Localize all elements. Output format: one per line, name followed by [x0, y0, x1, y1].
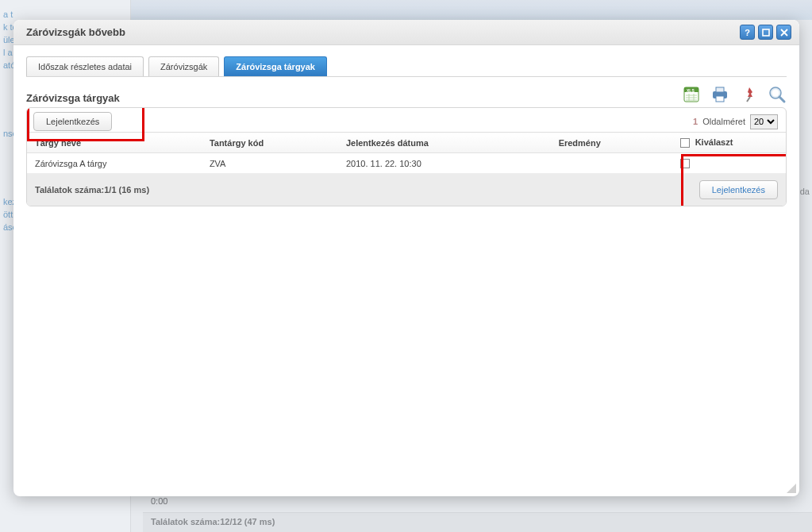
tab-final-exams[interactable]: Záróvizsgák [148, 56, 219, 76]
pin-icon[interactable] [739, 85, 758, 104]
maximize-button[interactable] [758, 25, 773, 40]
cell-result [551, 153, 672, 174]
tab-final-exam-subjects[interactable]: Záróvizsga tárgyak [224, 56, 327, 76]
select-all-checkbox[interactable] [680, 138, 690, 148]
resize-grip[interactable] [785, 482, 796, 493]
cell-subject-code: ZVA [202, 153, 338, 174]
tab-bar: Időszak részletes adatai Záróvizsgák Zár… [26, 56, 787, 77]
page-size-label: Oldalméret [702, 117, 745, 126]
section-header: Záróvizsga tárgyak XLS [26, 85, 787, 104]
empty-area [26, 226, 787, 480]
col-result[interactable]: Eredmény [551, 133, 672, 153]
subjects-table: Tárgy neve Tantárgy kód Jelentkezés dátu… [27, 132, 786, 174]
dialog-window: Záróvizsgák bővebb ? Időszak részletes a… [13, 20, 799, 496]
search-icon[interactable] [768, 85, 787, 104]
svg-rect-0 [763, 29, 769, 36]
cell-subject-name: Záróvizsga A tárgy [27, 153, 202, 174]
close-button[interactable] [776, 25, 791, 40]
result-count: Találatok száma:1/1 (16 ms) [35, 185, 149, 195]
help-button[interactable]: ? [740, 25, 755, 40]
unsubscribe-button-bottom[interactable]: Lejelentkezés [699, 180, 778, 199]
table-header-row: Tárgy neve Tantárgy kód Jelentkezés dátu… [27, 133, 786, 153]
cell-application-date: 2010. 11. 22. 10:30 [338, 153, 551, 174]
svg-point-8 [772, 90, 779, 97]
page-size-select[interactable]: 20 [750, 114, 778, 129]
titlebar: Záróvizsgák bővebb ? [13, 20, 799, 45]
window-title: Záróvizsgák bővebb [26, 26, 740, 38]
col-select: Kiválaszt [672, 133, 786, 153]
dialog-body: Időszak részletes adatai Záróvizsgák Zár… [13, 45, 799, 210]
list-top-bar: Lejelentkezés 1 Oldalméret 20 [27, 108, 786, 132]
col-application-date[interactable]: Jelentkezés dátuma [338, 133, 551, 153]
page-number: 1 [693, 117, 698, 126]
svg-text:XLS: XLS [687, 88, 695, 93]
table-row: Záróvizsga A tárgy ZVA 2010. 11. 22. 10:… [27, 153, 786, 174]
export-xls-icon[interactable]: XLS [682, 85, 701, 104]
list-panel: Lejelentkezés 1 Oldalméret 20 Tárgy neve… [26, 107, 787, 206]
toolbar-icons: XLS [682, 85, 787, 104]
print-icon[interactable] [710, 85, 729, 104]
tab-period-details[interactable]: Időszak részletes adatai [26, 56, 144, 76]
window-controls: ? [740, 25, 791, 40]
list-footer: Találatok száma:1/1 (16 ms) Lejelentkezé… [27, 174, 786, 206]
pager: 1 Oldalméret 20 [693, 114, 778, 129]
svg-rect-6 [716, 96, 724, 102]
unsubscribe-button-top[interactable]: Lejelentkezés [33, 112, 112, 131]
col-select-label: Kiválaszt [695, 137, 733, 147]
svg-rect-5 [716, 87, 724, 92]
section-title: Záróvizsga tárgyak [26, 92, 682, 104]
col-subject-name[interactable]: Tárgy neve [27, 133, 202, 153]
col-subject-code[interactable]: Tantárgy kód [202, 133, 338, 153]
row-checkbox[interactable] [680, 159, 690, 168]
cell-select [672, 153, 786, 174]
